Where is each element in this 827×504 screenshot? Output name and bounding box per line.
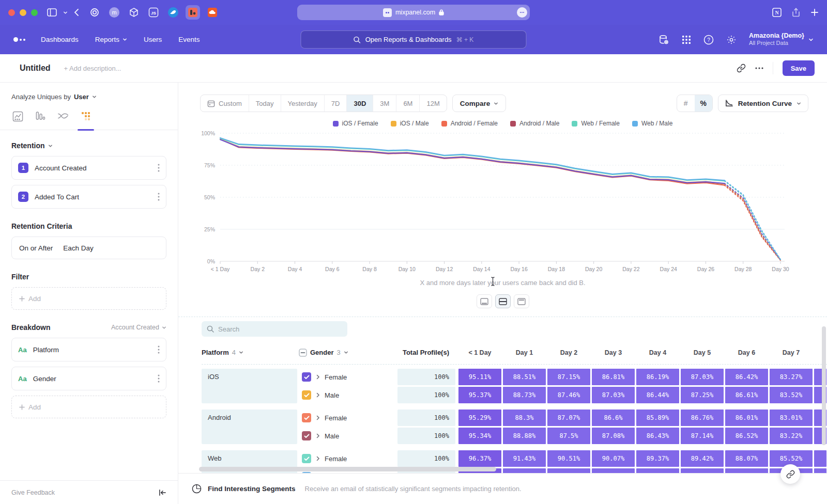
legend-item-ios-female[interactable]: iOS / Female bbox=[333, 120, 378, 127]
value-mode-number[interactable]: # bbox=[677, 95, 695, 112]
new-tab-icon[interactable] bbox=[810, 8, 819, 17]
value-mode-percent[interactable]: % bbox=[695, 95, 712, 112]
legend-item-web-female[interactable]: Web / Female bbox=[572, 120, 619, 127]
kebab-menu-icon[interactable] bbox=[158, 345, 160, 354]
platform-column-header[interactable]: Platform 4 bbox=[202, 349, 297, 356]
add-filter-button[interactable]: Add bbox=[11, 287, 166, 310]
url-bar[interactable]: mixpanel.com bbox=[297, 5, 530, 20]
checkbox-ios-female[interactable] bbox=[302, 372, 311, 382]
checkbox-android-female[interactable] bbox=[302, 413, 311, 422]
sidebar-toggle-icon[interactable] bbox=[47, 8, 57, 17]
save-button[interactable]: Save bbox=[783, 60, 815, 76]
red-app-icon[interactable] bbox=[186, 5, 200, 20]
criteria-condition[interactable]: On or After bbox=[19, 244, 53, 252]
add-description-button[interactable]: + Add description... bbox=[64, 65, 121, 72]
date-range-12m[interactable]: 12M bbox=[420, 95, 446, 112]
segments-title[interactable]: Find Interesting Segments bbox=[208, 485, 296, 493]
horizontal-scrollbar[interactable] bbox=[199, 467, 496, 471]
breakdown-platform[interactable]: AaPlatform bbox=[11, 338, 166, 361]
back-icon[interactable] bbox=[74, 9, 79, 16]
date-range-7d[interactable]: 7D bbox=[325, 95, 347, 112]
give-feedback-link[interactable]: Give Feedback bbox=[11, 489, 55, 496]
zoom-window-button[interactable] bbox=[31, 9, 38, 16]
chart-type-dropdown[interactable]: Retention Curve bbox=[718, 94, 808, 112]
avatar-m-icon[interactable]: m bbox=[107, 5, 121, 20]
nav-item-events[interactable]: Events bbox=[178, 36, 200, 43]
breakdown-gender[interactable]: AaGender bbox=[11, 367, 166, 390]
date-range-3m[interactable]: 3M bbox=[373, 95, 396, 112]
notion-icon[interactable]: N bbox=[772, 8, 782, 17]
day-column-header: Day 2 bbox=[547, 349, 590, 356]
copy-link-icon[interactable] bbox=[737, 64, 746, 73]
retention-criteria-card[interactable]: On or After Each Day bbox=[11, 237, 166, 259]
close-window-button[interactable] bbox=[8, 9, 15, 16]
chevron-down-icon[interactable] bbox=[63, 10, 68, 15]
minimize-window-button[interactable] bbox=[20, 9, 26, 16]
tab-retention[interactable] bbox=[80, 110, 92, 122]
kebab-menu-icon[interactable] bbox=[158, 193, 160, 201]
retention-step-added-to-cart[interactable]: 2Added To Cart bbox=[11, 185, 166, 209]
nav-item-dashboards[interactable]: Dashboards bbox=[41, 36, 79, 43]
share-icon[interactable] bbox=[792, 8, 800, 17]
add-breakdown-button[interactable]: Add bbox=[11, 396, 166, 418]
chevron-down-icon[interactable] bbox=[48, 144, 53, 148]
analyze-value[interactable]: User bbox=[74, 93, 89, 101]
breakdown-scope-dropdown[interactable]: Account Created bbox=[111, 324, 166, 331]
date-range-30d[interactable]: 30D bbox=[347, 95, 373, 112]
checkbox-web-female[interactable] bbox=[302, 454, 311, 463]
legend-item-web-male[interactable]: Web / Male bbox=[632, 120, 672, 127]
expand-row-icon[interactable] bbox=[316, 415, 320, 420]
collapse-sidebar-icon[interactable] bbox=[159, 489, 166, 496]
global-search-button[interactable]: Open Reports & Dashboards ⌘ + K bbox=[301, 30, 527, 49]
tab-funnels[interactable] bbox=[34, 110, 47, 122]
soundcloud-icon[interactable] bbox=[205, 5, 220, 20]
view-toggle-chart-and-table[interactable] bbox=[495, 294, 511, 308]
settings-gear-icon[interactable] bbox=[726, 35, 737, 45]
date-range-today[interactable]: Today bbox=[249, 95, 281, 112]
kebab-menu-icon[interactable] bbox=[158, 374, 160, 383]
gender-column-header[interactable]: Gender 3 bbox=[299, 349, 396, 357]
vertical-scrollbar[interactable] bbox=[822, 326, 826, 445]
view-toggle-table-only[interactable] bbox=[514, 294, 529, 308]
date-range-custom[interactable]: Custom bbox=[201, 95, 249, 112]
apps-grid-icon[interactable] bbox=[682, 35, 691, 44]
compare-button[interactable]: Compare bbox=[452, 94, 507, 112]
search-shortcut: ⌘ + K bbox=[456, 36, 474, 43]
legend-item-android-female[interactable]: Android / Female bbox=[441, 120, 498, 127]
expand-row-icon[interactable] bbox=[316, 433, 320, 438]
js-icon[interactable]: JS bbox=[146, 5, 161, 20]
nav-item-reports[interactable]: Reports bbox=[95, 36, 127, 43]
date-range-6m[interactable]: 6M bbox=[396, 95, 420, 112]
tab-flows[interactable] bbox=[57, 110, 69, 122]
criteria-interval[interactable]: Each Day bbox=[63, 244, 94, 252]
cube-icon[interactable] bbox=[127, 5, 141, 20]
expand-row-icon[interactable] bbox=[316, 392, 320, 398]
kebab-menu-icon[interactable] bbox=[158, 164, 160, 172]
view-toggle-chart-only[interactable] bbox=[477, 294, 492, 308]
table-search-input[interactable] bbox=[218, 325, 332, 333]
url-more-icon[interactable] bbox=[517, 7, 527, 18]
nav-item-users[interactable]: Users bbox=[144, 36, 162, 43]
expand-row-icon[interactable] bbox=[316, 374, 320, 380]
report-title[interactable]: Untitled bbox=[20, 64, 51, 73]
share-link-fab[interactable] bbox=[780, 464, 800, 484]
checkbox-android-male[interactable] bbox=[302, 431, 311, 440]
help-icon[interactable]: ? bbox=[703, 35, 714, 45]
legend-label: Web / Female bbox=[581, 120, 619, 127]
table-search[interactable] bbox=[202, 321, 347, 337]
expand-row-icon[interactable] bbox=[316, 456, 320, 461]
legend-item-android-male[interactable]: Android / Male bbox=[510, 120, 559, 127]
more-options-icon[interactable] bbox=[755, 67, 763, 69]
legend-item-ios-male[interactable]: iOS / Male bbox=[391, 120, 429, 127]
project-switcher[interactable]: Amazonia {Demo} All Project Data bbox=[749, 32, 814, 47]
indeterminate-checkbox-icon[interactable] bbox=[299, 349, 307, 357]
bird-icon[interactable] bbox=[166, 5, 180, 20]
target-icon[interactable] bbox=[87, 5, 102, 20]
date-range-yesterday[interactable]: Yesterday bbox=[281, 95, 325, 112]
retention-step-account-created[interactable]: 1Account Created bbox=[11, 156, 166, 180]
data-management-icon[interactable] bbox=[658, 34, 669, 45]
checkbox-ios-male[interactable] bbox=[302, 390, 311, 400]
tab-insights[interactable] bbox=[11, 110, 24, 122]
mixpanel-logo-icon[interactable] bbox=[13, 37, 25, 42]
chevron-down-icon[interactable] bbox=[92, 94, 97, 99]
